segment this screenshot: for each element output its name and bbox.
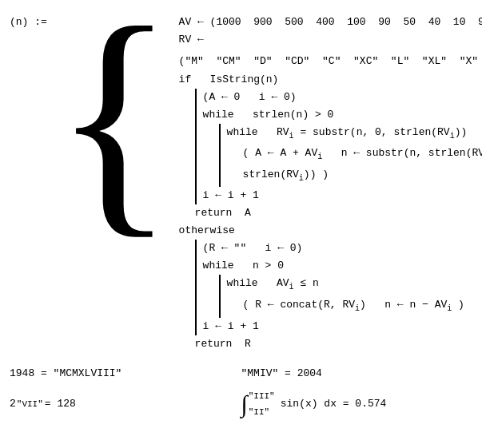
while2-line: while RVi = substr(n, 0, strlen(RVi)): [227, 124, 482, 145]
while2-text: while RVi = substr(n, 0, strlen(RVi)): [227, 124, 468, 145]
example2: "MMIV" = 2004: [241, 367, 473, 379]
if-block: (A ← 0 i ← 0) while strlen(n) > 0 while …: [203, 89, 482, 205]
if-line: if IsString(n): [179, 71, 482, 89]
rv-line: RV ← ("M" "CM" "D" "CD" "C" "XC" "L" "XL…: [179, 31, 482, 70]
otherwise-line: otherwise: [179, 222, 482, 240]
if-text: if IsString(n): [179, 71, 279, 89]
example1: 1948 = "MCMXLVIII": [10, 367, 241, 379]
init-line: (A ← 0 i ← 0): [203, 89, 482, 106]
main-container: (n) := { AV ← (1000 900 500 400 100 90 5…: [10, 8, 472, 353]
return-a-text: return A: [195, 204, 251, 222]
integral-upper: "III": [249, 391, 275, 401]
integral-limits-col: "III" "II": [249, 391, 275, 417]
while4-text: while AVi ≤ n: [227, 275, 319, 296]
while3-bar: [219, 275, 221, 317]
assign-text: ( A ← A + AVi n ← substr(n, strlen(RVi),…: [243, 145, 482, 187]
av-text: AV ← (1000 900 500 400 100 90 50 40 10 9…: [179, 10, 482, 31]
while1-line: while strlen(n) > 0: [203, 106, 482, 124]
assign2-line: ( R ← concat(R, RVi) n ← n − AVi ): [227, 296, 464, 318]
ex3-exp: "VII": [17, 399, 43, 409]
init2-text: (R ← "" i ← 0): [203, 240, 303, 257]
integral-symbol: ∫: [241, 392, 248, 416]
rv-text: RV ← ("M" "CM" "D" "CD" "C" "XC" "L" "XL…: [179, 31, 482, 70]
n-label: (n) :=: [10, 16, 47, 28]
ex3-base: 2: [10, 398, 16, 410]
while3-line: while n > 0: [203, 257, 464, 275]
while3-text: while n > 0: [203, 257, 284, 275]
i-inc2-text: i ← i + 1: [203, 318, 259, 335]
i-inc-text: i ← i + 1: [203, 187, 259, 204]
assign2-text: ( R ← concat(R, RVi) n ← n − AVi ): [243, 296, 464, 318]
ex3-result: = 128: [45, 398, 76, 410]
otherwise-block: (R ← "" i ← 0) while n > 0 while AVi ≤ n: [203, 240, 464, 335]
example3: 2"VII"= 128: [10, 398, 241, 410]
content-col: AV ← (1000 900 500 400 100 90 50 40 10 9…: [179, 8, 482, 353]
i-inc2-line: i ← i + 1: [203, 318, 464, 335]
bottom-row1: 1948 = "MCMXLVIII" "MMIV" = 2004: [10, 361, 472, 387]
integral-expr: sin(x) dx = 0.574: [281, 398, 387, 410]
while1-text: while strlen(n) > 0: [203, 106, 334, 124]
while4-line: while AVi ≤ n: [227, 275, 464, 296]
bottom-section: 1948 = "MCMXLVIII" "MMIV" = 2004 2"VII"=…: [10, 361, 472, 417]
label-col: (n) :=: [10, 8, 51, 28]
return-r-line: return R: [195, 335, 482, 353]
while1-bar: [219, 124, 221, 188]
bottom-row2: 2"VII"= 128 ∫ "III" "II" sin(x) dx = 0.5…: [10, 391, 472, 417]
av-line: AV ← (1000 900 500 400 100 90 50 40 10 9…: [179, 10, 482, 31]
integral-lower: "II": [249, 407, 275, 417]
while1-block: while RVi = substr(n, 0, strlen(RVi)) ( …: [227, 124, 482, 188]
otherwise-bar: [195, 240, 197, 335]
integral-symbol-wrap: ∫ "III" "II": [241, 391, 277, 417]
ex1-text: 1948 = "MCMXLVIII": [10, 367, 121, 379]
otherwise-text: otherwise: [179, 222, 235, 240]
ex2-text: "MMIV" = 2004: [241, 367, 322, 379]
while3-block: while AVi ≤ n ( R ← concat(R, RVi) n ← n…: [227, 275, 464, 317]
init2-line: (R ← "" i ← 0): [203, 240, 464, 257]
init-text: (A ← 0 i ← 0): [203, 89, 297, 106]
i-inc-line: i ← i + 1: [203, 187, 482, 204]
return-a-line: return A: [195, 204, 482, 222]
assign-line: ( A ← A + AVi n ← substr(n, strlen(RVi),…: [227, 145, 482, 187]
return-r-text: return R: [195, 335, 251, 353]
example4: ∫ "III" "II" sin(x) dx = 0.574: [241, 391, 473, 417]
if-bar: [195, 89, 197, 205]
big-brace: {: [53, 8, 176, 227]
